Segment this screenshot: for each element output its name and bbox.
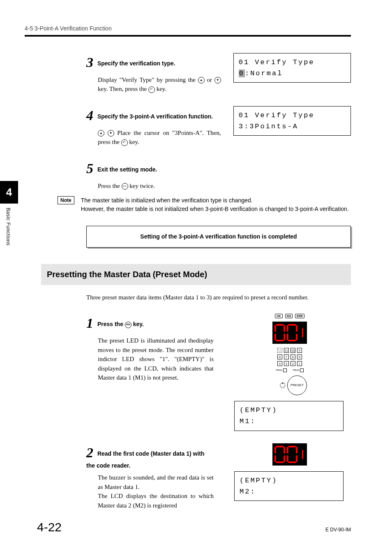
lcd-line-1: (EMPTY) <box>240 475 338 486</box>
svg-rect-25 <box>302 449 303 459</box>
svg-rect-4 <box>274 334 276 341</box>
preset-step-1: 1 Press the PRE key. The preset LED is i… <box>86 314 351 431</box>
lcd-line-2: M1: <box>240 416 338 427</box>
up-key-icon: ▲ <box>98 130 104 137</box>
section-heading: Presetting the Master Data (Preset Mode) <box>41 264 351 285</box>
svg-rect-11 <box>287 325 288 332</box>
step-3: 3 Specify the verification type. Display… <box>86 53 351 94</box>
side-tab: 4 Basic Functions <box>0 181 25 246</box>
err-badge: ERR <box>295 314 304 318</box>
svg-rect-15 <box>284 455 285 462</box>
preset-button-icon: PRESET <box>287 375 307 395</box>
device-diagram: OK NG ERR 1211109 8765 4321 <box>259 314 321 395</box>
trg2-label: TRG2 <box>293 368 304 372</box>
lcd-line-2: 0:Normal <box>239 68 346 79</box>
note-label: Note <box>58 196 74 204</box>
seven-segment-display <box>272 322 307 344</box>
svg-rect-17 <box>274 455 276 462</box>
preset-step-2: 2 Read the first code (Master data 1) wi… <box>86 443 351 510</box>
step-body: The buzzer is sounded, and the read data… <box>98 473 214 510</box>
svg-rect-24 <box>287 447 288 453</box>
svg-rect-1 <box>284 325 285 332</box>
step-number: 2 <box>86 445 93 460</box>
step-title: Specify the 3-point-A verification funct… <box>97 113 213 120</box>
lcd-line-1: 01 Verify Type <box>239 110 346 121</box>
note: Note The master table is initialized whe… <box>58 196 351 213</box>
preset-led-icon <box>280 382 286 388</box>
svg-rect-12 <box>302 328 303 337</box>
enter-key-icon: ↵ <box>148 86 155 93</box>
lcd-display: 01 Verify Type 0:Normal <box>233 53 351 83</box>
svg-rect-10 <box>287 334 288 341</box>
indicator-grid: 1211109 8765 4321 <box>259 348 321 366</box>
header-rule <box>25 35 351 37</box>
ng-badge: NG <box>285 314 293 318</box>
svg-rect-5 <box>274 325 276 332</box>
step-title: Read the first code (Master data 1) with… <box>86 450 205 469</box>
note-text: The master table is initialized when the… <box>81 196 349 213</box>
lcd-line-1: 01 Verify Type <box>239 57 346 68</box>
step-number: 3 <box>86 55 93 70</box>
svg-rect-2 <box>284 334 285 341</box>
lcd-line-2: 3:3Points-A <box>239 121 346 132</box>
svg-rect-8 <box>296 334 297 341</box>
step-5: 5 Exit the setting mode. Press the ESC k… <box>86 159 351 190</box>
lcd-display: (EMPTY) M2: <box>234 471 344 501</box>
svg-rect-9 <box>288 340 296 341</box>
document-reference: E DV-90-IM <box>325 526 351 533</box>
svg-rect-23 <box>287 455 288 462</box>
section-intro: Three preset master data items (Master d… <box>86 293 351 301</box>
step-number: 4 <box>86 108 93 123</box>
step-number: 5 <box>86 161 93 176</box>
step-4: 4 Specify the 3-point-A verification fun… <box>86 106 351 147</box>
running-header: 4-5 3-Point-A Verification Function <box>25 25 351 32</box>
lcd-line-2: M2: <box>240 486 338 497</box>
completion-banner: Setting of the 3-point-A verification fu… <box>86 226 351 248</box>
enter-key-icon: ↵ <box>121 139 128 146</box>
svg-rect-16 <box>276 461 284 463</box>
svg-rect-7 <box>296 325 297 332</box>
trg1-label: TRG1 <box>276 368 287 372</box>
up-key-icon: ▲ <box>198 77 205 83</box>
svg-rect-3 <box>276 340 284 341</box>
svg-rect-14 <box>284 447 285 453</box>
svg-rect-21 <box>296 455 297 462</box>
step-number: 1 <box>86 315 93 331</box>
step-title: Exit the setting mode. <box>97 166 157 173</box>
chapter-label: Basic Functions <box>5 208 12 246</box>
svg-rect-13 <box>276 446 284 447</box>
step-title: Specify the verification type. <box>97 60 175 67</box>
svg-rect-18 <box>274 447 276 453</box>
svg-rect-6 <box>288 324 296 326</box>
esc-key-icon: ESC <box>122 183 128 190</box>
step-body: The preset LED is illuminated and thedis… <box>98 336 214 382</box>
down-key-icon: ▼ <box>214 77 221 83</box>
svg-rect-22 <box>288 461 296 463</box>
pre-key-icon: PRE <box>125 322 131 328</box>
lcd-display: 01 Verify Type 3:3Points-A <box>233 106 351 136</box>
chapter-number: 4 <box>0 181 18 204</box>
lcd-line-1: (EMPTY) <box>240 405 338 416</box>
svg-rect-20 <box>296 447 297 453</box>
svg-rect-19 <box>288 446 296 447</box>
svg-rect-0 <box>276 324 284 326</box>
lcd-display: (EMPTY) M1: <box>234 401 344 431</box>
down-key-icon: ▼ <box>108 130 114 137</box>
page-number: 4-22 <box>37 519 62 536</box>
ok-badge: OK <box>275 314 283 318</box>
seven-segment-display <box>272 443 307 466</box>
